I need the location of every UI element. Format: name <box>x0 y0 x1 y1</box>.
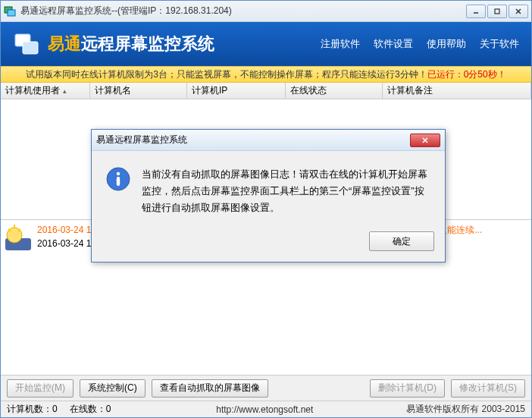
delete-computer-button[interactable]: 删除计算机(D) <box>370 379 445 398</box>
dialog-ok-button[interactable]: 确定 <box>369 231 434 251</box>
info-dialog: 易通远程屏幕监控系统 当前没有自动抓取的屏幕图像日志！请双击在线的计算机开始屏幕… <box>91 129 446 262</box>
close-icon <box>421 137 429 144</box>
svg-rect-7 <box>23 42 38 54</box>
nav-register[interactable]: 注册软件 <box>321 37 360 51</box>
close-button[interactable] <box>509 5 528 18</box>
nav-help[interactable]: 使用帮助 <box>427 37 466 51</box>
view-capture-button[interactable]: 查看自动抓取的屏幕图像 <box>152 379 268 398</box>
app-icon <box>4 5 16 17</box>
dialog-titlebar[interactable]: 易通远程屏幕监控系统 <box>92 130 445 151</box>
svg-rect-1 <box>8 10 15 16</box>
dialog-message: 当前没有自动抓取的屏幕图像日志！请双击在线的计算机开始屏幕监控，然后点击屏幕监控… <box>142 166 431 216</box>
header-nav: 注册软件 软件设置 使用帮助 关于软件 <box>321 37 519 51</box>
table-header: 计算机使用者▴ 计算机名 计算机IP 在线状态 计算机备注 <box>1 83 531 99</box>
col-ip[interactable]: 计算机IP <box>187 83 286 99</box>
status-copyright: 易通软件版权所有 2003-2015 <box>406 403 525 416</box>
svg-rect-3 <box>495 9 499 14</box>
window-title: 易通远程屏幕监控系统--(管理端IP：192.168.31.204) <box>20 5 466 17</box>
titlebar[interactable]: 易通远程屏幕监控系统--(管理端IP：192.168.31.204) <box>1 1 531 22</box>
modify-computer-button[interactable]: 修改计算机(S) <box>451 379 525 398</box>
logo-icon <box>13 30 40 58</box>
system-control-button[interactable]: 系统控制(C) <box>80 379 146 398</box>
maximize-button[interactable] <box>487 5 507 18</box>
status-url[interactable]: http://www.etongsoft.net <box>123 404 406 415</box>
header-bar: 易通远程屏幕监控系统 注册软件 软件设置 使用帮助 关于软件 <box>1 22 531 66</box>
col-name[interactable]: 计算机名 <box>90 83 187 99</box>
lightbulb-icon <box>4 223 33 252</box>
svg-point-13 <box>117 172 120 175</box>
trial-banner: 试用版本同时在线计算机限制为3台；只能监视屏幕，不能控制操作屏幕；程序只能连续运… <box>1 66 531 83</box>
nav-about[interactable]: 关于软件 <box>480 37 519 51</box>
svg-rect-14 <box>117 177 120 186</box>
spacer <box>1 256 531 376</box>
nav-settings[interactable]: 软件设置 <box>374 37 413 51</box>
col-user[interactable]: 计算机使用者▴ <box>1 83 90 99</box>
status-online: 在线数：0 <box>70 403 111 416</box>
header-title: 易通远程屏幕监控系统 <box>48 33 214 55</box>
status-count: 计算机数：0 <box>7 403 58 416</box>
dialog-close-button[interactable] <box>410 134 440 147</box>
dialog-title: 易通远程屏幕监控系统 <box>96 134 410 146</box>
minimize-button[interactable] <box>466 5 486 18</box>
status-bar: 计算机数：0 在线数：0 http://www.etongsoft.net 易通… <box>1 401 531 417</box>
col-status[interactable]: 在线状态 <box>286 83 383 99</box>
button-bar: 开始监控(M) 系统控制(C) 查看自动抓取的屏幕图像 删除计算机(D) 修改计… <box>1 375 531 401</box>
sort-asc-icon: ▴ <box>63 87 67 95</box>
col-remark[interactable]: 计算机备注 <box>383 83 531 99</box>
start-monitor-button[interactable]: 开始监控(M) <box>7 379 74 398</box>
info-icon <box>105 166 131 192</box>
